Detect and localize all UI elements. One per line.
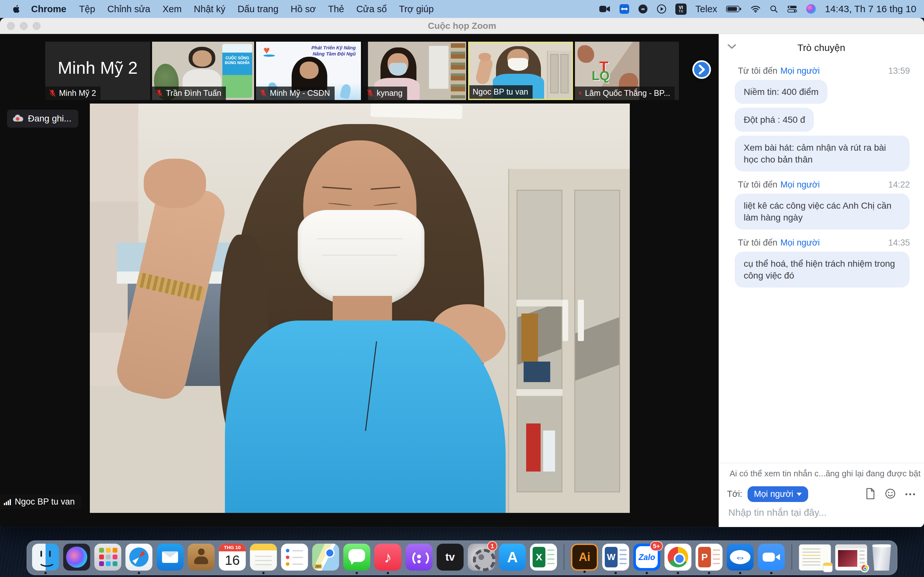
traffic-lights	[7, 22, 40, 30]
control-center-icon[interactable]	[787, 5, 797, 13]
menu-item-tab[interactable]: Thẻ	[322, 4, 350, 15]
message-target-link[interactable]: Mọi người	[780, 66, 820, 76]
word-icon[interactable]: W	[602, 544, 629, 571]
calendar-icon[interactable]: THG 10 16	[219, 544, 246, 571]
participant-tile-minh-my-csdn[interactable]: Phát Triển Kỹ Năng Nâng Tầm Đội Ngũ ♥ Mi…	[256, 42, 361, 100]
excel-icon[interactable]: X	[530, 544, 557, 571]
finder-icon[interactable]	[32, 544, 59, 571]
mic-muted-icon	[366, 89, 374, 97]
maps-icon[interactable]: 280	[312, 544, 339, 571]
chat-message-input[interactable]	[719, 502, 924, 527]
wifi-icon[interactable]	[750, 5, 761, 13]
siri-icon[interactable]	[806, 4, 816, 14]
screen-recording-icon[interactable]	[657, 4, 666, 14]
input-source-icon[interactable]: VITX	[675, 3, 687, 15]
menu-app-name[interactable]: Chrome	[24, 4, 73, 15]
participant-tile-minh-my-2[interactable]: Minh Mỹ 2 Minh Mỹ 2	[45, 42, 150, 100]
face-mask	[508, 58, 528, 71]
next-participants-button[interactable]	[692, 60, 711, 79]
recording-indicator[interactable]: Đang ghi...	[7, 110, 78, 127]
participant-tile-kynang[interactable]: kynang	[363, 42, 466, 100]
standee-banner: CUỘC SỐNG ĐÚNG NGHĨA	[222, 44, 252, 97]
more-options-button[interactable]	[905, 493, 915, 495]
menu-item-profiles[interactable]: Hồ sơ	[284, 4, 322, 15]
menu-item-history[interactable]: Nhật ký	[188, 4, 231, 15]
active-speaker-name-label: Ngoc BP tu van	[0, 495, 81, 509]
running-indicator	[138, 572, 140, 574]
teamviewer-icon[interactable]	[727, 544, 754, 571]
participant-tile-lam-quoc-thang[interactable]: T LQ Lâm Quốc Thắng - BP...	[575, 42, 679, 100]
minimized-notes-window[interactable]	[799, 544, 831, 571]
safari-icon[interactable]	[126, 544, 152, 571]
message-time: 13:59	[888, 66, 910, 76]
window-title-bar[interactable]: Cuộc họp Zoom	[0, 18, 924, 34]
powerpoint-letter: P	[698, 547, 711, 567]
message-target-link[interactable]: Mọi người	[780, 238, 820, 248]
apple-tv-icon[interactable]: tv	[437, 544, 464, 571]
teamviewer-status-icon[interactable]	[620, 4, 629, 14]
participant-tile-ngoc-bp-active[interactable]: Ngoc BP tu van	[468, 42, 573, 100]
running-indicator	[356, 572, 358, 574]
running-indicator	[677, 572, 679, 574]
zalo-icon[interactable]: Zalo5+	[633, 544, 660, 571]
chevron-down-icon	[796, 493, 802, 496]
message-sender: Từ tôi đến	[738, 66, 777, 76]
cabinet-handle	[562, 300, 569, 341]
menu-item-bookmarks[interactable]: Dấu trang	[231, 4, 284, 15]
apple-menu[interactable]	[8, 5, 24, 13]
search-icon[interactable]	[770, 5, 778, 13]
menu-clock[interactable]: 14:43, Th 7 16 thg 10	[825, 3, 916, 15]
recipient-selector[interactable]: Mọi người	[748, 486, 808, 502]
app-store-icon[interactable]: A	[499, 544, 526, 571]
chevron-down-icon	[727, 44, 737, 50]
emoji-button[interactable]	[885, 488, 896, 500]
participant-label: Lâm Quốc Thắng - BP...	[585, 89, 670, 98]
menu-item-window[interactable]: Cửa sổ	[350, 4, 393, 15]
powerpoint-icon[interactable]: P	[696, 544, 722, 571]
calendar-month: THG 10	[219, 544, 246, 551]
input-method-label[interactable]: Telex	[696, 4, 717, 15]
zoom-app-icon[interactable]	[758, 544, 785, 571]
chrome-icon[interactable]	[664, 544, 691, 571]
siri-dock-icon[interactable]	[63, 544, 90, 571]
mail-icon[interactable]	[157, 544, 184, 571]
dock: THG 10 16 280 tv 1 A X Ai W Zalo5+ P	[27, 540, 897, 575]
participant-tile-tran-dinh-tuan[interactable]: CUỘC SỐNG ĐÚNG NGHĨA Trần Đình Tuấn	[152, 42, 254, 100]
system-preferences-icon[interactable]: 1	[468, 544, 495, 571]
attach-file-button[interactable]	[865, 488, 875, 501]
menu-item-help[interactable]: Trợ giúp	[393, 4, 440, 15]
music-icon[interactable]	[375, 544, 401, 571]
menu-status-area: ∞ VITX Telex 14:43, Th 7 16 thg 10	[599, 3, 916, 15]
battery-icon[interactable]	[726, 5, 741, 13]
notification-badge: 5+	[650, 541, 663, 551]
close-button[interactable]	[7, 22, 15, 30]
fullscreen-button[interactable]	[33, 22, 40, 30]
apple-icon	[12, 5, 20, 13]
reminders-icon[interactable]	[281, 544, 308, 571]
participant-label: Trần Đình Tuấn	[166, 89, 221, 98]
minimize-button[interactable]	[20, 22, 27, 30]
illustrator-icon[interactable]: Ai	[571, 544, 598, 571]
participant-label: Minh Mỹ 2	[59, 89, 96, 98]
menu-item-file[interactable]: Tệp	[73, 4, 102, 15]
to-label: Tới:	[727, 489, 742, 499]
podcasts-icon[interactable]	[405, 544, 433, 571]
cabinet	[508, 169, 630, 513]
message-target-link[interactable]: Mọi người	[780, 180, 820, 190]
notes-icon[interactable]	[250, 544, 277, 571]
message-time: 14:35	[888, 238, 910, 248]
trash-icon[interactable]	[871, 544, 892, 571]
menu-item-edit[interactable]: Chỉnh sửa	[102, 4, 157, 15]
minimized-browser-window[interactable]	[835, 544, 867, 571]
menu-item-view[interactable]: Xem	[156, 4, 188, 15]
launchpad-icon[interactable]	[94, 544, 121, 571]
chat-bubble: Niềm tin: 400 điểm	[735, 80, 827, 104]
collapse-chat-button[interactable]	[727, 44, 737, 51]
messages-icon[interactable]	[343, 544, 370, 571]
contacts-icon[interactable]	[188, 544, 215, 571]
message-meta: Từ tôi đến Mọi người 13:59	[738, 66, 910, 76]
chat-messages[interactable]: Từ tôi đến Mọi người 13:59 Niềm tin: 400…	[719, 61, 924, 292]
fist	[144, 159, 206, 208]
creative-cloud-icon[interactable]: ∞	[638, 4, 648, 14]
video-camera-icon[interactable]	[599, 5, 611, 13]
